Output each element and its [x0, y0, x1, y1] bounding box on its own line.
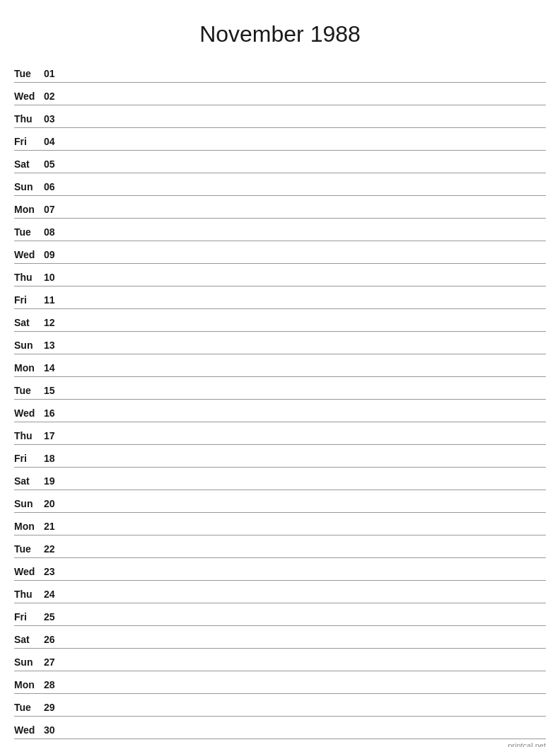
table-row: Thu17	[14, 422, 546, 445]
day-line	[65, 465, 546, 465]
day-line	[65, 442, 546, 443]
day-line	[65, 125, 546, 126]
day-line	[65, 284, 546, 284]
day-name: Fri	[14, 453, 44, 465]
day-line	[65, 714, 546, 714]
day-name: Tue	[14, 226, 44, 239]
day-name: Sat	[14, 475, 44, 488]
day-number: 23	[44, 566, 65, 579]
day-number: 25	[44, 611, 65, 624]
day-number: 22	[44, 543, 65, 556]
table-row: Mon28	[14, 671, 546, 694]
table-row: Thu03	[14, 105, 546, 128]
day-line	[65, 238, 546, 239]
day-name: Sun	[14, 498, 44, 511]
table-row: Mon14	[14, 354, 546, 377]
day-line	[65, 578, 546, 579]
day-name: Wed	[14, 249, 44, 262]
day-name: Sat	[14, 634, 44, 647]
day-number: 30	[44, 724, 65, 737]
day-number: 10	[44, 272, 65, 284]
table-row: Fri18	[14, 445, 546, 468]
day-number: 09	[44, 249, 65, 262]
day-line	[65, 668, 546, 669]
day-number: 07	[44, 204, 65, 216]
table-row: Fri11	[14, 286, 546, 309]
table-row: Sat05	[14, 151, 546, 173]
day-name: Mon	[14, 679, 44, 692]
day-line	[65, 306, 546, 307]
day-name: Wed	[14, 566, 44, 579]
day-number: 02	[44, 91, 65, 103]
day-number: 19	[44, 475, 65, 488]
table-row: Wed16	[14, 400, 546, 422]
day-name: Sun	[14, 181, 44, 194]
table-row: Fri04	[14, 128, 546, 151]
table-row: Wed09	[14, 241, 546, 264]
day-name: Thu	[14, 430, 44, 443]
day-name: Wed	[14, 724, 44, 737]
day-name: Mon	[14, 521, 44, 533]
day-line	[65, 148, 546, 149]
day-name: Wed	[14, 91, 44, 103]
day-line	[65, 261, 546, 262]
day-name: Sat	[14, 158, 44, 171]
table-row: Tue22	[14, 535, 546, 558]
day-line	[65, 170, 546, 171]
day-line	[65, 216, 546, 216]
day-number: 21	[44, 521, 65, 533]
day-number: 13	[44, 340, 65, 352]
day-line	[65, 510, 546, 511]
table-row: Sun27	[14, 649, 546, 671]
page: November 1988 Tue01Wed02Thu03Fri04Sat05S…	[0, 0, 560, 747]
day-name: Tue	[14, 68, 44, 81]
table-row: Tue01	[14, 60, 546, 83]
day-name: Thu	[14, 113, 44, 126]
day-line	[65, 80, 546, 81]
day-line	[65, 419, 546, 420]
day-line	[65, 555, 546, 556]
day-number: 29	[44, 702, 65, 714]
table-row: Mon21	[14, 513, 546, 535]
day-number: 27	[44, 656, 65, 669]
day-name: Tue	[14, 385, 44, 398]
day-number: 18	[44, 453, 65, 465]
day-name: Mon	[14, 362, 44, 375]
day-name: Fri	[14, 136, 44, 149]
day-line	[65, 397, 546, 398]
day-name: Thu	[14, 589, 44, 601]
day-line	[65, 623, 546, 624]
day-name: Tue	[14, 702, 44, 714]
day-name: Tue	[14, 543, 44, 556]
day-number: 14	[44, 362, 65, 375]
day-line	[65, 487, 546, 488]
day-name: Sun	[14, 340, 44, 352]
day-line	[65, 601, 546, 601]
table-row: Sat26	[14, 626, 546, 649]
day-line	[65, 103, 546, 103]
table-row: Sun20	[14, 490, 546, 513]
table-row: Tue15	[14, 377, 546, 400]
day-line	[65, 691, 546, 692]
day-number: 04	[44, 136, 65, 149]
day-number: 08	[44, 226, 65, 239]
day-line	[65, 193, 546, 194]
day-name: Fri	[14, 611, 44, 624]
day-number: 05	[44, 158, 65, 171]
table-row: Sun06	[14, 173, 546, 196]
day-line	[65, 352, 546, 352]
table-row: Sun13	[14, 332, 546, 354]
day-number: 16	[44, 407, 65, 420]
day-number: 17	[44, 430, 65, 443]
table-row: Wed30	[14, 717, 546, 739]
day-number: 28	[44, 679, 65, 692]
day-line	[65, 646, 546, 647]
table-row: Thu10	[14, 264, 546, 286]
table-row: Sat12	[14, 309, 546, 332]
day-number: 20	[44, 498, 65, 511]
day-number: 26	[44, 634, 65, 647]
day-name: Fri	[14, 294, 44, 307]
calendar-rows: Tue01Wed02Thu03Fri04Sat05Sun06Mon07Tue08…	[14, 60, 546, 739]
day-number: 06	[44, 181, 65, 194]
day-line	[65, 329, 546, 330]
